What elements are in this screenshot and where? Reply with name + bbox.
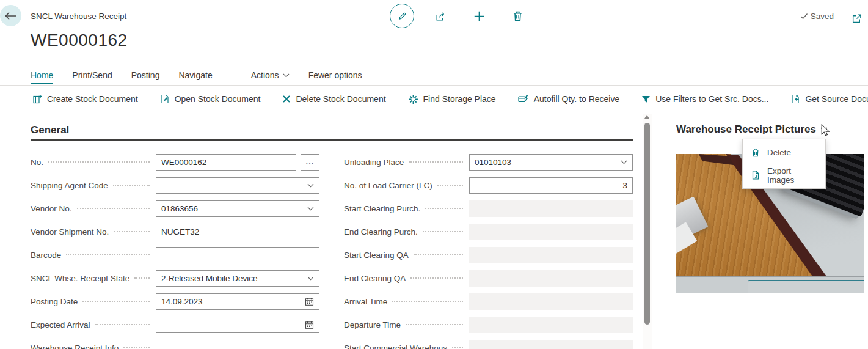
dotted-leader [452,347,463,348]
calendar-icon[interactable] [305,320,314,329]
section-title-general: General [31,124,69,136]
barcode-input[interactable] [156,247,319,263]
chevron-down-icon[interactable] [307,207,314,211]
shipping-agent-code-input[interactable] [156,177,319,194]
field-label: Vendor Shipment No. [31,227,109,237]
field-label: Arrival Time [344,297,387,306]
vendor-shipment-no-input[interactable]: NUGET32 [156,224,319,240]
start-commercial-warehous-field [469,340,633,349]
no-of-load-carrier-lc-input[interactable]: 3 [469,177,633,194]
tab-label: Actions [251,70,279,80]
field-row: Arrival Time [344,290,633,313]
field-label: No. [31,158,43,167]
menu-item-delete[interactable]: Delete [743,141,825,164]
sncl-whse-receipt-state-input[interactable]: 2-Released Mobile Device [156,270,319,287]
tab-posting[interactable]: Posting [131,70,160,80]
open-stock-document-button[interactable]: Open Stock Document [160,94,261,104]
share-button[interactable] [428,4,453,28]
page-title: WE0000162 [31,31,128,50]
assist-edit-button[interactable]: … [301,154,319,171]
vendor-no-input[interactable]: 01863656 [156,200,319,217]
document-add-icon [32,94,42,104]
new-record-button[interactable] [467,4,491,28]
field-label: Barcode [31,251,61,260]
scrollbar-thumb[interactable] [644,123,650,325]
dotted-leader [66,254,150,255]
dotted-leader [82,301,150,302]
autofill-qty-to-receive-button[interactable]: Autofill Qty. to Receive [518,94,620,104]
departure-time-field [469,317,633,333]
field-row: SNCL Whse. Receipt State 2-Released Mobi… [31,266,319,290]
dotted-leader [134,277,150,279]
tab-actions[interactable]: Actions [251,70,290,80]
field-label: Warehouse Receipt Info [31,343,119,349]
tab-navigate[interactable]: Navigate [178,70,212,80]
unloading-place-input[interactable]: 01010103 [469,154,633,171]
field-row: Vendor No. 01863656 [31,197,319,220]
autofill-icon [518,94,529,104]
delete-stock-document-button[interactable]: Delete Stock Document [282,94,385,104]
dotted-leader [410,277,463,279]
field-label: Start Clearing QA [344,251,409,260]
tab-label: Print/Send [72,70,112,80]
top-toolbar [390,4,530,28]
edit-button[interactable] [390,4,414,28]
pictures-panel-header[interactable]: Warehouse Receipt Pictures [676,123,828,136]
dotted-leader [48,161,150,163]
dotted-leader [77,208,150,209]
tab-print-send[interactable]: Print/Send [72,70,112,80]
field-value: WE0000162 [161,158,291,167]
plus-icon [473,10,485,22]
field-row: End Clearing QA [344,266,633,290]
field-row: Vendor Shipment No. NUGET32 [31,220,319,243]
start-clearing-qa-field [469,247,633,263]
field-row: Unloading Place 01010103 [344,150,633,174]
share-icon [434,10,447,23]
command-label: Open Stock Document [175,94,261,104]
tab-label: Fewer options [308,70,362,80]
tab-home[interactable]: Home [31,70,53,80]
delete-record-button[interactable] [505,4,530,28]
tab-label: Navigate [178,70,212,80]
photo-tablet-edge [748,280,864,293]
trash-icon [751,147,760,158]
chevron-down-icon[interactable] [307,183,314,188]
field-row: Expected Arrival [31,313,319,336]
chevron-down-icon[interactable] [307,276,314,281]
expected-arrival-input[interactable] [156,317,319,333]
field-value: 14.09.2023 [161,297,301,306]
posting-date-input[interactable]: 14.09.2023 [156,293,319,310]
end-clearing-qa-field [469,270,633,287]
find-storage-place-button[interactable]: Find Storage Place [408,94,496,105]
no-input[interactable]: WE0000162 [156,154,296,171]
field-row: End Clearing Purch. [344,220,633,243]
field-value: 2-Released Mobile Device [161,274,304,283]
scrollbar-up-arrow[interactable] [644,115,649,119]
create-stock-document-button[interactable]: Create Stock Document [32,94,138,104]
menu-item-export-images[interactable]: Export Images [743,164,825,186]
field-label: Expected Arrival [31,320,90,329]
field-row: Posting Date 14.09.2023 [31,290,319,313]
start-clearing-purch-field [469,200,633,217]
arrow-left-icon [5,12,16,20]
back-button[interactable] [0,5,21,26]
divider [0,85,868,86]
tab-divider [232,68,232,82]
field-label: End Clearing QA [344,274,406,283]
document-import-icon [790,94,800,104]
chevron-down-icon [820,127,828,132]
field-row: Start Clearing QA [344,243,633,266]
open-in-new-window-button[interactable] [848,10,864,26]
get-source-documents-button[interactable]: Get Source Documents... [790,94,868,104]
dotted-leader [437,185,463,186]
document-edit-icon [160,94,170,104]
calendar-icon[interactable] [305,297,314,306]
warehouse-receipt-info-input[interactable] [156,340,319,349]
field-label: Vendor No. [31,204,72,213]
field-value: NUGET32 [161,227,314,237]
save-status: Saved [800,12,834,21]
chevron-down-icon[interactable] [621,160,627,164]
vertical-scrollbar[interactable] [643,114,652,349]
tab-fewer-options[interactable]: Fewer options [308,70,362,80]
use-filters-to-get-src-docs-button[interactable]: Use Filters to Get Src. Docs... [641,94,768,104]
